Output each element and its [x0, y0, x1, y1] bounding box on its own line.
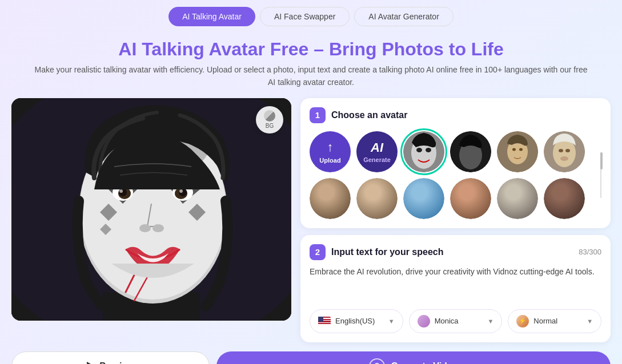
joker-illustration: [11, 98, 291, 321]
voice-select[interactable]: Monica ▼: [409, 309, 503, 333]
avatar-item-redhead[interactable]: [450, 178, 491, 219]
voice-avatar-icon: [418, 315, 430, 327]
section1-title: Choose an avatar: [331, 110, 407, 120]
avatar-item-monalisa[interactable]: [497, 131, 538, 172]
avatar-preview-panel: BG: [11, 98, 291, 321]
svg-point-35: [560, 156, 568, 161]
generate-label: Generate Video: [391, 361, 458, 364]
svg-point-34: [565, 149, 570, 152]
us-flag-icon: [318, 317, 331, 326]
avatar-item-joker[interactable]: [403, 131, 444, 172]
bg-icon: [264, 110, 275, 122]
avatar-item-young-man[interactable]: [310, 178, 351, 219]
bg-button[interactable]: BG: [256, 106, 283, 134]
avatar-item-einstein[interactable]: [544, 131, 585, 172]
hero-title-dark: – Bring Photos to Life: [308, 39, 503, 59]
avatar-grid: ↑ Upload AI Generate: [310, 131, 593, 219]
language-label: English(US): [335, 317, 384, 325]
avatar-item-older-woman[interactable]: [497, 178, 538, 219]
hero-title-purple: AI Talking Avatar Free: [118, 39, 308, 59]
voice-label: Monica: [435, 317, 483, 325]
svg-point-18: [153, 224, 164, 232]
language-chevron-icon: ▼: [388, 318, 395, 325]
hero-section: AI Talking Avatar Free – Bring Photos to…: [0, 32, 622, 98]
svg-point-29: [512, 148, 516, 151]
avatar-scroll-bar[interactable]: [600, 152, 601, 198]
section1-header: 1 Choose an avatar: [310, 107, 601, 123]
section2-title: Input text for your speech: [331, 247, 443, 257]
avatar-selection-card: 1 Choose an avatar ↑ Upload AI Generate: [300, 98, 611, 228]
speed-select[interactable]: ⚡ Normal ▼: [508, 309, 601, 333]
svg-point-23: [416, 148, 422, 152]
avatar-item-woman[interactable]: [356, 178, 398, 219]
bg-label: BG: [266, 123, 274, 129]
voice-chevron-icon: ▼: [487, 318, 493, 325]
speed-label: Normal: [533, 317, 582, 325]
play-icon: [87, 362, 95, 364]
avatar-item-cartoon[interactable]: [403, 178, 444, 219]
ai-generate-label: Generate: [363, 156, 391, 163]
section2-number: 2: [310, 244, 326, 260]
svg-point-16: [179, 189, 183, 193]
text-input-card: 2 Input text for your speech 83/300 Engl…: [300, 235, 611, 342]
avatar-scroll-thumb: [600, 152, 603, 169]
top-navigation: AI Talking Avatar AI Face Swapper AI Ava…: [0, 0, 622, 32]
generate-icon: [369, 358, 385, 364]
svg-point-33: [559, 149, 563, 152]
nav-tab-talking-avatar[interactable]: AI Talking Avatar: [168, 7, 255, 26]
nav-tab-face-swapper[interactable]: AI Face Swapper: [260, 7, 350, 26]
preview-button[interactable]: Preview: [11, 351, 210, 364]
avatar-item-man-dark[interactable]: [544, 178, 585, 219]
generate-video-button[interactable]: Generate Video: [216, 351, 611, 364]
controls-row: English(US) ▼ Monica ▼ ⚡ Normal ▼: [310, 309, 601, 333]
svg-point-17: [139, 224, 151, 232]
speed-icon: ⚡: [516, 315, 529, 327]
upload-label: Upload: [319, 157, 340, 164]
char-count: 83/300: [579, 248, 601, 256]
preview-label: Preview: [99, 361, 134, 364]
section1-number: 1: [310, 107, 326, 123]
avatar-preview-image: [11, 98, 291, 321]
bottom-action-buttons: Preview Generate Video: [0, 351, 622, 364]
main-content: BG 1 Choose an avatar ↑ Upload AI: [0, 98, 622, 351]
speech-textarea[interactable]: [310, 266, 601, 300]
speed-chevron-icon: ▼: [587, 318, 593, 325]
svg-point-12: [119, 189, 123, 193]
language-select[interactable]: English(US) ▼: [310, 309, 403, 333]
svg-point-30: [519, 148, 523, 151]
ai-text-icon: AI: [371, 140, 383, 155]
hero-subtitle: Make your realistic talking avatar with …: [34, 63, 588, 89]
avatar-upload-button[interactable]: ↑ Upload: [310, 131, 351, 172]
avatar-ai-generate-button[interactable]: AI Generate: [356, 131, 398, 172]
section2-header: 2 Input text for your speech 83/300: [310, 244, 601, 260]
nav-tab-avatar-generator[interactable]: AI Avatar Generator: [354, 7, 453, 26]
right-panel: 1 Choose an avatar ↑ Upload AI Generate: [300, 98, 611, 342]
upload-arrow-icon: ↑: [327, 140, 334, 155]
avatar-item-2[interactable]: [450, 131, 491, 172]
svg-point-24: [426, 148, 431, 152]
